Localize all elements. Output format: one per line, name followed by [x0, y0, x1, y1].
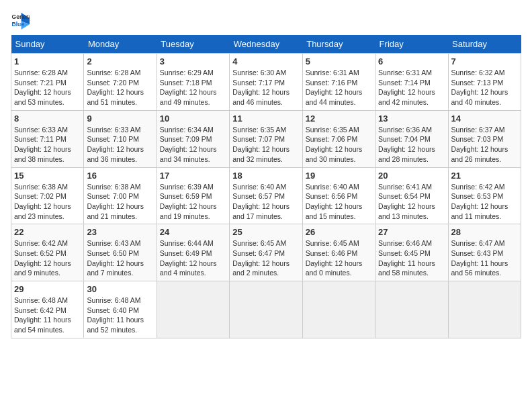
column-header-thursday: Thursday: [302, 35, 375, 54]
day-number: 18: [232, 171, 299, 181]
day-info: Sunrise: 6:37 AMSunset: 7:03 PMDaylight:…: [451, 125, 518, 165]
day-number: 17: [160, 171, 226, 181]
day-info: Sunrise: 6:47 AMSunset: 6:43 PMDaylight:…: [451, 238, 518, 278]
day-number: 20: [378, 171, 445, 181]
day-info: Sunrise: 6:42 AMSunset: 6:52 PMDaylight:…: [14, 238, 81, 278]
day-info: Sunrise: 6:35 AMSunset: 7:07 PMDaylight:…: [232, 125, 299, 165]
header-row: SundayMondayTuesdayWednesdayThursdayFrid…: [11, 35, 521, 54]
calendar-cell: 5Sunrise: 6:31 AMSunset: 7:16 PMDaylight…: [302, 54, 375, 111]
calendar-cell: [375, 281, 448, 338]
day-info: Sunrise: 6:29 AMSunset: 7:18 PMDaylight:…: [160, 68, 226, 107]
column-header-friday: Friday: [375, 35, 448, 54]
calendar-cell: 6Sunrise: 6:31 AMSunset: 7:14 PMDaylight…: [375, 54, 448, 111]
day-number: 27: [378, 227, 445, 237]
day-info: Sunrise: 6:31 AMSunset: 7:14 PMDaylight:…: [378, 68, 445, 107]
svg-text:General: General: [12, 13, 30, 20]
day-number: 28: [451, 227, 518, 237]
day-info: Sunrise: 6:46 AMSunset: 6:45 PMDaylight:…: [378, 238, 445, 278]
day-info: Sunrise: 6:45 AMSunset: 6:46 PMDaylight:…: [306, 238, 372, 278]
calendar-cell: 8Sunrise: 6:33 AMSunset: 7:11 PMDaylight…: [11, 110, 84, 167]
calendar-table: SundayMondayTuesdayWednesdayThursdayFrid…: [11, 35, 521, 338]
calendar-cell: 17Sunrise: 6:39 AMSunset: 6:59 PMDayligh…: [157, 167, 229, 224]
day-number: 10: [160, 113, 226, 124]
day-info: Sunrise: 6:36 AMSunset: 7:04 PMDaylight:…: [378, 125, 445, 165]
calendar-cell: [302, 281, 375, 338]
day-number: 1: [14, 56, 81, 66]
calendar-cell: 4Sunrise: 6:30 AMSunset: 7:17 PMDaylight…: [230, 54, 302, 111]
calendar-cell: 21Sunrise: 6:42 AMSunset: 6:53 PMDayligh…: [448, 167, 521, 224]
day-info: Sunrise: 6:28 AMSunset: 7:20 PMDaylight:…: [87, 68, 153, 107]
column-header-wednesday: Wednesday: [230, 35, 302, 54]
calendar-cell: 7Sunrise: 6:32 AMSunset: 7:13 PMDaylight…: [448, 54, 521, 111]
calendar-cell: 29Sunrise: 6:48 AMSunset: 6:42 PMDayligh…: [11, 281, 84, 338]
day-info: Sunrise: 6:35 AMSunset: 7:06 PMDaylight:…: [306, 125, 372, 165]
day-number: 8: [14, 113, 81, 124]
calendar-cell: [230, 281, 302, 338]
day-number: 7: [451, 56, 518, 66]
calendar-cell: 11Sunrise: 6:35 AMSunset: 7:07 PMDayligh…: [230, 110, 302, 167]
day-number: 11: [232, 113, 299, 124]
day-info: Sunrise: 6:38 AMSunset: 7:00 PMDaylight:…: [87, 182, 153, 222]
week-row-1: 1Sunrise: 6:28 AMSunset: 7:21 PMDaylight…: [11, 54, 521, 111]
calendar-cell: 22Sunrise: 6:42 AMSunset: 6:52 PMDayligh…: [11, 224, 84, 281]
day-info: Sunrise: 6:41 AMSunset: 6:54 PMDaylight:…: [378, 182, 445, 222]
day-number: 30: [87, 284, 153, 294]
day-number: 12: [306, 113, 372, 124]
day-info: Sunrise: 6:42 AMSunset: 6:53 PMDaylight:…: [451, 182, 518, 222]
day-number: 24: [160, 227, 226, 237]
calendar-cell: [448, 281, 521, 338]
day-info: Sunrise: 6:30 AMSunset: 7:17 PMDaylight:…: [232, 68, 299, 107]
day-info: Sunrise: 6:32 AMSunset: 7:13 PMDaylight:…: [451, 68, 518, 107]
day-info: Sunrise: 6:43 AMSunset: 6:50 PMDaylight:…: [87, 238, 153, 278]
calendar-cell: 2Sunrise: 6:28 AMSunset: 7:20 PMDaylight…: [84, 54, 157, 111]
day-number: 26: [306, 227, 372, 237]
day-number: 4: [232, 56, 299, 66]
day-info: Sunrise: 6:40 AMSunset: 6:57 PMDaylight:…: [232, 182, 299, 222]
column-header-tuesday: Tuesday: [157, 35, 229, 54]
logo: General Blue: [11, 11, 32, 30]
day-info: Sunrise: 6:33 AMSunset: 7:10 PMDaylight:…: [87, 125, 153, 165]
day-info: Sunrise: 6:48 AMSunset: 6:42 PMDaylight:…: [14, 295, 81, 335]
day-info: Sunrise: 6:34 AMSunset: 7:09 PMDaylight:…: [160, 125, 226, 165]
calendar-cell: 16Sunrise: 6:38 AMSunset: 7:00 PMDayligh…: [84, 167, 157, 224]
week-row-5: 29Sunrise: 6:48 AMSunset: 6:42 PMDayligh…: [11, 281, 521, 338]
calendar-cell: 13Sunrise: 6:36 AMSunset: 7:04 PMDayligh…: [375, 110, 448, 167]
column-header-saturday: Saturday: [448, 35, 521, 54]
calendar-cell: 25Sunrise: 6:45 AMSunset: 6:47 PMDayligh…: [230, 224, 302, 281]
calendar-cell: 1Sunrise: 6:28 AMSunset: 7:21 PMDaylight…: [11, 54, 84, 111]
day-number: 5: [306, 56, 372, 66]
week-row-3: 15Sunrise: 6:38 AMSunset: 7:02 PMDayligh…: [11, 167, 521, 224]
day-number: 25: [232, 227, 299, 237]
day-info: Sunrise: 6:38 AMSunset: 7:02 PMDaylight:…: [14, 182, 81, 222]
calendar-cell: 24Sunrise: 6:44 AMSunset: 6:49 PMDayligh…: [157, 224, 229, 281]
day-number: 13: [378, 113, 445, 124]
logo-icon: General Blue: [11, 11, 30, 30]
calendar-cell: 15Sunrise: 6:38 AMSunset: 7:02 PMDayligh…: [11, 167, 84, 224]
day-number: 15: [14, 171, 81, 181]
svg-text:Blue: Blue: [12, 21, 25, 28]
day-info: Sunrise: 6:39 AMSunset: 6:59 PMDaylight:…: [160, 182, 226, 222]
calendar-cell: 28Sunrise: 6:47 AMSunset: 6:43 PMDayligh…: [448, 224, 521, 281]
calendar-cell: [157, 281, 229, 338]
calendar-cell: 23Sunrise: 6:43 AMSunset: 6:50 PMDayligh…: [84, 224, 157, 281]
day-info: Sunrise: 6:28 AMSunset: 7:21 PMDaylight:…: [14, 68, 81, 107]
day-number: 16: [87, 171, 153, 181]
day-number: 21: [451, 171, 518, 181]
day-info: Sunrise: 6:45 AMSunset: 6:47 PMDaylight:…: [232, 238, 299, 278]
day-number: 9: [87, 113, 153, 124]
calendar-cell: 30Sunrise: 6:48 AMSunset: 6:40 PMDayligh…: [84, 281, 157, 338]
day-info: Sunrise: 6:31 AMSunset: 7:16 PMDaylight:…: [306, 68, 372, 107]
calendar-cell: 14Sunrise: 6:37 AMSunset: 7:03 PMDayligh…: [448, 110, 521, 167]
day-number: 19: [306, 171, 372, 181]
calendar-cell: 20Sunrise: 6:41 AMSunset: 6:54 PMDayligh…: [375, 167, 448, 224]
day-info: Sunrise: 6:40 AMSunset: 6:56 PMDaylight:…: [306, 182, 372, 222]
calendar-cell: 26Sunrise: 6:45 AMSunset: 6:46 PMDayligh…: [302, 224, 375, 281]
page-header: General Blue: [11, 11, 521, 30]
day-info: Sunrise: 6:48 AMSunset: 6:40 PMDaylight:…: [87, 295, 153, 335]
day-number: 14: [451, 113, 518, 124]
day-number: 2: [87, 56, 153, 66]
calendar-cell: 19Sunrise: 6:40 AMSunset: 6:56 PMDayligh…: [302, 167, 375, 224]
calendar-cell: 9Sunrise: 6:33 AMSunset: 7:10 PMDaylight…: [84, 110, 157, 167]
day-number: 6: [378, 56, 445, 66]
day-number: 29: [14, 284, 81, 294]
